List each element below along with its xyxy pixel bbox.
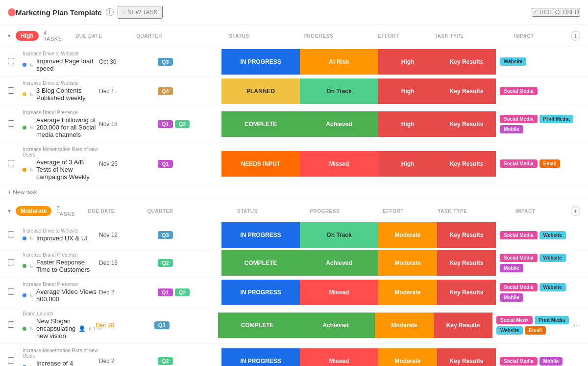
task-type-1-0[interactable]: Key Results [437,222,496,248]
progress-0-1[interactable]: On Track [300,78,378,104]
impact-tag-print-media[interactable]: Print Media [535,316,569,324]
task-name[interactable]: Average Following of 200,000 for all Soc… [36,116,99,138]
hide-closed-button[interactable]: ✓ HIDE CLOSED [532,8,580,17]
row-checkbox-1-0[interactable] [8,231,23,239]
task-type-1-2[interactable]: Key Results [437,280,496,305]
quarter-badge-Q1[interactable]: Q1 [158,120,173,128]
impact-tag-social-media[interactable]: Social Media [500,283,538,291]
task-name[interactable]: New Slogan encapsulating new vision [36,317,75,340]
impact-tag-mobile[interactable]: Mobile [500,125,523,133]
impact-tag-social-med×[interactable]: Social Med× [496,316,533,324]
quarter-badge-Q3[interactable]: Q3 [158,58,173,66]
due-date-0-1[interactable]: Dec 1 [99,88,158,95]
add-col-btn[interactable]: + [571,31,580,41]
due-date-1-1[interactable]: Dec 16 [99,260,158,266]
status-0-2[interactable]: COMPLETE [221,111,300,137]
row-checkbox-1-4[interactable] [8,357,23,365]
status-1-0[interactable]: IN PROGRESS [221,222,300,248]
due-date-0-0[interactable]: Oct 30 [99,58,158,65]
status-0-3[interactable]: NEEDS INPUT [221,151,300,177]
task-type-1-1[interactable]: Key Results [437,250,496,276]
task-name[interactable]: Increase of 4 promotions monthly [36,360,99,366]
row-checkbox-0-3[interactable] [8,160,23,168]
task-name[interactable]: Improved Page load speed [36,57,99,72]
progress-0-2[interactable]: Achieved [300,111,378,137]
task-name[interactable]: Average Video Views 500,000 [36,288,99,303]
effort-0-3[interactable]: High [378,151,437,177]
effort-1-4[interactable]: Moderate [378,348,437,366]
quarter-badge-Q1[interactable]: Q1 [158,288,173,296]
impact-tag-social-media[interactable]: Social Media [500,87,538,95]
status-1-4[interactable]: IN PROGRESS [221,348,300,366]
action-tag[interactable]: 🏷 [89,325,95,332]
status-1-2[interactable]: IN PROGRESS [221,280,300,305]
task-name[interactable]: Improved UX & UI [36,235,88,242]
task-name[interactable]: 3 Blog Contents Published weekly [36,87,99,102]
impact-tag-print-media[interactable]: Print Media [539,115,574,123]
impact-tag-website[interactable]: Website [500,57,526,66]
impact-tag-mobile[interactable]: Mobile [539,357,563,366]
status-0-1[interactable]: PLANNED [221,78,300,104]
effort-1-0[interactable]: Moderate [378,222,437,248]
progress-1-1[interactable]: Achieved [300,250,378,276]
effort-0-2[interactable]: High [378,111,437,137]
impact-tag-social-media[interactable]: Social Media [500,357,538,366]
quarter-badge-Q2[interactable]: Q2 [158,357,173,365]
quarter-badge-Q4[interactable]: Q4 [158,87,173,95]
progress-1-3[interactable]: Achieved [296,313,375,338]
status-1-1[interactable]: COMPLETE [221,250,300,276]
effort-1-2[interactable]: Moderate [378,280,437,305]
quarter-badge-Q1[interactable]: Q1 [158,160,173,168]
progress-1-0[interactable]: On Track [300,222,378,248]
section-toggle-high[interactable]: ▾ [8,32,11,39]
task-type-0-1[interactable]: Key Results [437,78,496,104]
task-type-0-2[interactable]: Key Results [437,111,496,137]
impact-tag-website[interactable]: Website [496,326,523,335]
quarter-badge-Q2[interactable]: Q2 [158,259,173,267]
row-checkbox-1-2[interactable] [8,288,23,296]
impact-tag-website[interactable]: Website [539,254,566,262]
status-1-3[interactable]: COMPLETE [218,313,296,338]
impact-tag-email[interactable]: Email [539,159,561,168]
quarter-badge-Q2[interactable]: Q2 [175,288,190,296]
task-type-0-0[interactable]: Key Results [437,49,496,75]
task-type-0-3[interactable]: Key Results [437,151,496,177]
info-icon[interactable]: i [106,8,114,16]
task-name[interactable]: Average of 3 A/B Tests of New campaigns … [36,158,99,181]
impact-tag-website[interactable]: Website [539,231,566,239]
impact-tag-social-media[interactable]: Social Media [500,115,538,123]
due-date-1-0[interactable]: Nov 12 [99,232,158,238]
due-date-1-4[interactable]: Dec 2 [99,358,158,365]
due-date-0-3[interactable]: Nov 25 [99,160,158,167]
quarter-badge-Q2[interactable]: Q2 [175,120,190,128]
quarter-badge-Q3[interactable]: Q3 [154,321,170,329]
effort-1-1[interactable]: Moderate [378,250,437,276]
impact-tag-website[interactable]: Website [539,283,566,291]
progress-0-0[interactable]: At Risk [300,49,378,75]
row-checkbox-0-1[interactable] [8,87,23,95]
new-task-button[interactable]: + NEW TASK [118,6,163,19]
row-checkbox-1-1[interactable] [8,259,23,267]
status-0-0[interactable]: IN PROGRESS [221,49,300,75]
impact-tag-mobile[interactable]: Mobile [500,293,523,302]
impact-tag-email[interactable]: Email [525,326,546,335]
effort-0-0[interactable]: High [378,49,437,75]
row-checkbox-0-2[interactable] [8,120,23,128]
row-more-actions[interactable]: ⋯ [573,321,580,329]
quarter-badge-Q3[interactable]: Q3 [158,231,173,239]
new-task-button-high[interactable]: + New task [0,185,588,200]
progress-1-2[interactable]: Missed [300,280,378,305]
impact-tag-social-media[interactable]: Social Media [500,254,538,262]
task-type-1-3[interactable]: Key Results [434,313,492,338]
row-checkbox-1-3[interactable] [8,321,23,329]
add-col-btn[interactable]: + [571,206,580,216]
section-toggle-moderate[interactable]: ▾ [8,208,11,214]
progress-1-4[interactable]: Missed [300,348,378,366]
impact-tag-mobile[interactable]: Mobile [500,264,523,272]
task-type-1-4[interactable]: Key Results [437,348,496,366]
due-date-1-3[interactable]: Dec 28 [96,322,154,329]
action-assign[interactable]: 👤 [78,325,86,332]
due-date-1-2[interactable]: Dec 2 [99,289,158,296]
row-checkbox-0-0[interactable] [8,58,23,66]
progress-0-3[interactable]: Missed [300,151,378,177]
